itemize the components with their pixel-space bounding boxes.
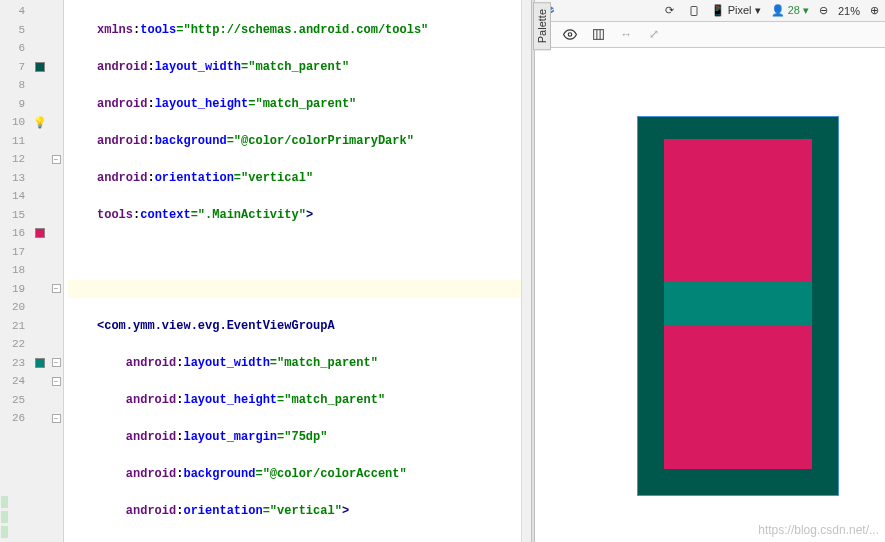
color-swatch-accent[interactable] — [35, 228, 45, 238]
fold-toggle-icon[interactable]: − — [52, 414, 61, 423]
expand-icon[interactable]: ⤢ — [647, 28, 661, 42]
left-margin-strip — [0, 0, 8, 542]
layout-preview-pane: Palette ⟳ 📱 Pixel ▾ 👤 28 ▾ ⊖ 21% ⊕ ↔ ⤢ h… — [535, 0, 885, 542]
zoom-out-button[interactable]: ⊖ — [819, 4, 828, 17]
fold-toggle-icon[interactable]: − — [52, 155, 61, 164]
palette-tab[interactable]: Palette — [533, 2, 551, 50]
line-numbers: 4567891011121314151617181920212223242526 — [8, 0, 31, 542]
code-editor-pane: 4567891011121314151617181920212223242526… — [8, 0, 531, 542]
svg-rect-0 — [691, 6, 697, 15]
refresh-icon[interactable]: ⟳ — [663, 4, 677, 18]
zoom-label: 21% — [838, 5, 860, 17]
preview-toolbar-top: ⟳ 📱 Pixel ▾ 👤 28 ▾ ⊖ 21% ⊕ — [535, 0, 885, 22]
code-area[interactable]: xmlns:tools="http://schemas.android.com/… — [64, 0, 521, 542]
zoom-in-button[interactable]: ⊕ — [870, 4, 879, 17]
fold-toggle-icon[interactable]: − — [52, 358, 61, 367]
editor-gutter: 4567891011121314151617181920212223242526… — [8, 0, 64, 542]
preview-toolbar-sub: ↔ ⤢ — [535, 22, 885, 48]
watermark-text: https://blog.csdn.net/... — [758, 523, 879, 537]
api-selector[interactable]: 👤 28 ▾ — [771, 4, 809, 17]
fold-column: − − − − − — [49, 0, 63, 542]
fold-toggle-icon[interactable]: − — [52, 284, 61, 293]
color-swatch-primary[interactable] — [35, 358, 45, 368]
device-frame[interactable] — [637, 116, 839, 496]
lightbulb-icon[interactable]: 💡 — [33, 116, 47, 129]
color-swatch-primary-dark[interactable] — [35, 62, 45, 72]
svg-rect-2 — [593, 30, 603, 40]
gutter-icons: 💡 — [31, 0, 49, 542]
preview-canvas[interactable]: https://blog.csdn.net/... — [535, 48, 885, 542]
orientation-icon[interactable] — [687, 4, 701, 18]
pan-icon[interactable]: ↔ — [619, 28, 633, 42]
blueprint-icon[interactable] — [591, 28, 605, 42]
eye-icon[interactable] — [563, 28, 577, 42]
error-stripe[interactable] — [521, 0, 531, 542]
svg-point-1 — [568, 33, 572, 37]
fold-toggle-icon[interactable]: − — [52, 377, 61, 386]
event-view-a[interactable] — [664, 282, 812, 326]
change-markers — [1, 496, 8, 538]
device-selector[interactable]: 📱 Pixel ▾ — [711, 4, 761, 17]
